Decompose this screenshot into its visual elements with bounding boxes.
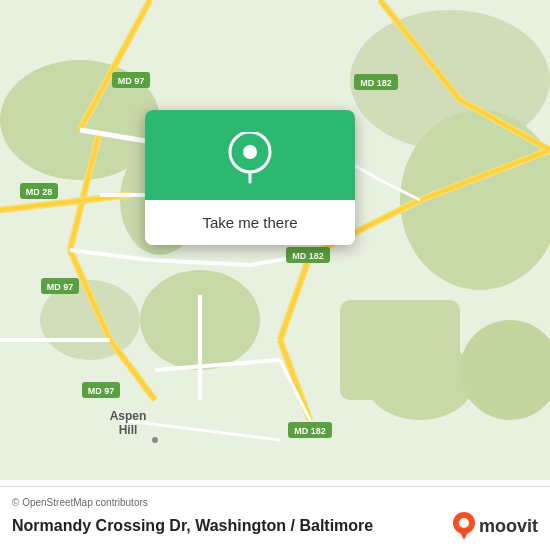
svg-point-69: [459, 518, 469, 528]
take-me-there-button[interactable]: Take me there: [145, 200, 355, 245]
svg-text:Aspen: Aspen: [110, 409, 147, 423]
svg-text:MD 182: MD 182: [360, 78, 392, 88]
bottom-bar: © OpenStreetMap contributors Normandy Cr…: [0, 486, 550, 550]
svg-text:MD 97: MD 97: [88, 386, 115, 396]
svg-point-63: [152, 437, 158, 443]
attribution-text: © OpenStreetMap contributors: [12, 497, 538, 508]
popup-header: [145, 110, 355, 200]
bottom-title-row: Normandy Crossing Dr, Washington / Balti…: [12, 512, 538, 540]
popup-card: Take me there: [145, 110, 355, 245]
svg-point-65: [243, 145, 257, 159]
moovit-brand-text: moovit: [479, 516, 538, 537]
moovit-pin-icon: [453, 512, 475, 540]
svg-text:Hill: Hill: [119, 423, 138, 437]
svg-marker-68: [459, 530, 469, 540]
svg-text:MD 182: MD 182: [294, 426, 326, 436]
location-pin-icon: [228, 132, 272, 184]
svg-text:MD 28: MD 28: [26, 187, 53, 197]
svg-text:MD 97: MD 97: [47, 282, 74, 292]
location-title: Normandy Crossing Dr, Washington / Balti…: [12, 517, 373, 535]
svg-text:MD 97: MD 97: [118, 76, 145, 86]
svg-point-8: [365, 340, 475, 420]
svg-text:MD 182: MD 182: [292, 251, 324, 261]
map-container: MD 97 MD 97 MD 97 MD 28 MD 182 MD 182 MD…: [0, 0, 550, 550]
moovit-logo: moovit: [453, 512, 538, 540]
